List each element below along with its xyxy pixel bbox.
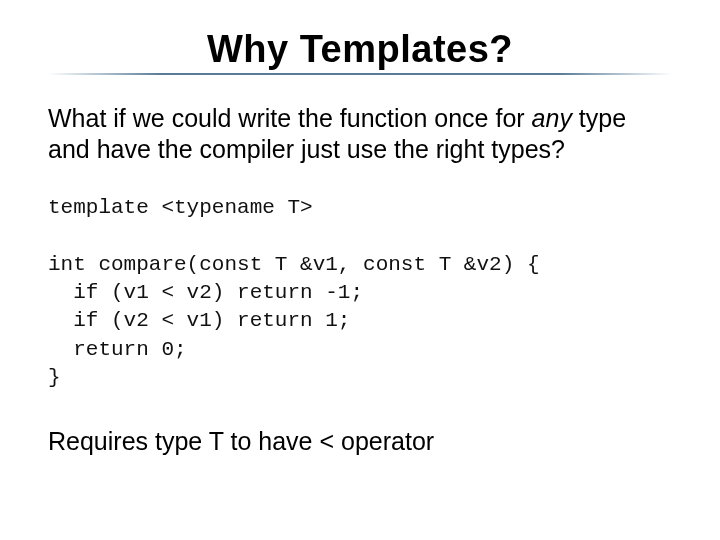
slide-title: Why Templates? — [48, 28, 672, 71]
title-underline — [48, 73, 672, 75]
code-block: template <typename T> int compare(const … — [48, 194, 672, 392]
intro-paragraph: What if we could write the function once… — [48, 103, 672, 164]
intro-pre: What if we could write the function once… — [48, 104, 532, 132]
footer-note: Requires type T to have < operator — [48, 426, 672, 456]
slide: Why Templates? What if we could write th… — [0, 0, 720, 540]
intro-emphasis: any — [532, 104, 572, 132]
